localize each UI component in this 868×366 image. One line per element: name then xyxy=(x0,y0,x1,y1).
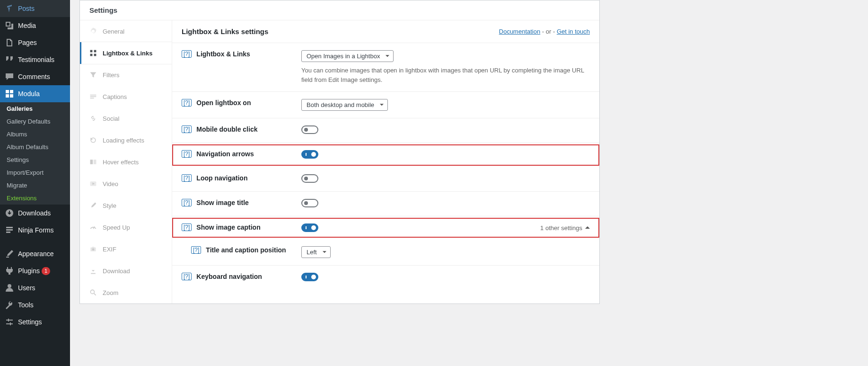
tab-social[interactable]: Social xyxy=(80,107,172,129)
help-icon[interactable]: [?] xyxy=(182,223,192,231)
sidebar-item-appearance[interactable]: Appearance xyxy=(0,245,70,262)
play-icon xyxy=(89,180,97,187)
help-icon[interactable]: [?] xyxy=(182,50,192,58)
tab-hover-effects[interactable]: Hover effects xyxy=(80,151,172,173)
label: Testimonials xyxy=(18,56,54,63)
tab-loading-effects[interactable]: Loading effects xyxy=(80,129,172,151)
help-icon[interactable]: [?] xyxy=(191,246,201,254)
svg-rect-4 xyxy=(90,54,93,56)
lightbox-icon xyxy=(89,49,97,57)
chevron-up-icon xyxy=(585,224,590,229)
pin-icon xyxy=(5,4,14,13)
navigation-arrows-toggle[interactable] xyxy=(301,150,318,159)
tab-filters[interactable]: Filters xyxy=(80,64,172,86)
submenu-extensions[interactable]: Extensions xyxy=(0,192,70,205)
sidebar-item-tools[interactable]: Tools xyxy=(0,296,70,313)
label: Settings xyxy=(18,318,42,326)
label: Media xyxy=(18,22,36,29)
label: Open lightbox on xyxy=(196,99,251,107)
sidebar-item-media[interactable]: Media xyxy=(0,17,70,34)
sidebar-item-ninja-forms[interactable]: Ninja Forms xyxy=(0,222,70,239)
tab-label: General xyxy=(103,28,124,35)
other-settings-toggle[interactable]: 1 other settings xyxy=(540,224,590,232)
wrench-icon xyxy=(5,300,14,310)
tab-speed-up[interactable]: Speed Up xyxy=(80,216,172,238)
sidebar-item-modula[interactable]: Modula xyxy=(0,85,70,102)
tab-general[interactable]: General xyxy=(80,20,172,42)
form-icon xyxy=(5,225,14,235)
tab-captions[interactable]: Captions xyxy=(80,86,172,107)
help-icon[interactable]: [?] xyxy=(182,273,192,280)
contact-link[interactable]: Get in touch xyxy=(557,28,590,35)
submenu-migrate[interactable]: Migrate xyxy=(0,179,70,192)
sidebar-item-posts[interactable]: Posts xyxy=(0,0,70,17)
sidebar-item-plugins[interactable]: Plugins1 xyxy=(0,262,70,279)
sidebar-item-comments[interactable]: Comments xyxy=(0,68,70,85)
open-lightbox-select[interactable]: Both desktop and mobile xyxy=(301,99,388,111)
tab-download[interactable]: Download xyxy=(80,260,172,282)
sidebar-item-downloads[interactable]: Downloads xyxy=(0,205,70,222)
wp-admin-sidebar: Posts Media Pages Testimonials Comments … xyxy=(0,0,70,366)
field-title-caption-position: [?]Title and caption position Left xyxy=(172,239,599,266)
label: Downloads xyxy=(18,209,51,217)
svg-point-1 xyxy=(8,284,11,288)
label: Title and caption position xyxy=(206,246,286,254)
comment-icon xyxy=(5,72,14,81)
help-icon[interactable]: [?] xyxy=(182,99,192,107)
loop-navigation-toggle[interactable] xyxy=(301,174,318,183)
field-lightbox-links: [?]Lightbox & Links Open Images in a Lig… xyxy=(172,43,599,92)
refresh-icon xyxy=(89,136,97,144)
field-loop-navigation: [?]Loop navigation xyxy=(172,167,599,192)
lightbox-links-select[interactable]: Open Images in a Lightbox xyxy=(301,50,394,62)
submenu-import-export[interactable]: Import/Export xyxy=(0,166,70,179)
label: 1 other settings xyxy=(540,224,582,232)
sidebar-item-settings[interactable]: Settings xyxy=(0,313,70,330)
help-icon[interactable]: [?] xyxy=(182,125,192,133)
select-value: Left xyxy=(307,249,317,256)
tab-label: Captions xyxy=(103,93,127,100)
settings-header: Lightbox & Links settings Documentation … xyxy=(172,20,599,43)
user-icon xyxy=(5,283,14,293)
sidebar-item-pages[interactable]: Pages xyxy=(0,34,70,51)
help-icon[interactable]: [?] xyxy=(182,199,192,206)
label: Show image title xyxy=(196,199,248,206)
keyboard-navigation-toggle[interactable] xyxy=(301,273,318,281)
help-icon[interactable]: [?] xyxy=(182,174,192,182)
brush-icon xyxy=(5,249,14,259)
label: Tools xyxy=(18,301,34,309)
submenu-gallery-defaults[interactable]: Gallery Defaults xyxy=(0,115,70,128)
show-image-caption-toggle[interactable] xyxy=(301,223,318,232)
filter-icon xyxy=(89,71,97,79)
svg-point-9 xyxy=(92,248,95,250)
submenu-albums[interactable]: Albums xyxy=(0,128,70,141)
sidebar-item-users[interactable]: Users xyxy=(0,279,70,296)
tab-lightbox-links[interactable]: Lightbox & Links xyxy=(80,42,172,64)
submenu-galleries[interactable]: Galleries xyxy=(0,102,70,115)
svg-rect-6 xyxy=(90,160,93,164)
documentation-link[interactable]: Documentation xyxy=(499,28,540,35)
pages-icon xyxy=(5,38,14,47)
tab-label: Speed Up xyxy=(103,224,130,231)
submenu-settings[interactable]: Settings xyxy=(0,153,70,166)
tab-zoom[interactable]: Zoom xyxy=(80,282,172,304)
field-navigation-arrows: [?]Navigation arrows xyxy=(172,144,599,166)
tab-video[interactable]: Video xyxy=(80,173,172,195)
select-value: Open Images in a Lightbox xyxy=(307,53,380,60)
show-image-title-toggle[interactable] xyxy=(301,199,318,207)
label: Posts xyxy=(18,5,35,12)
svg-rect-5 xyxy=(94,54,96,56)
mobile-double-click-toggle[interactable] xyxy=(301,125,318,134)
field-keyboard-navigation: [?]Keyboard navigation xyxy=(172,266,599,290)
svg-rect-3 xyxy=(94,50,96,53)
label: Ninja Forms xyxy=(18,226,53,234)
tab-label: Style xyxy=(103,202,116,209)
tab-exif[interactable]: EXIF xyxy=(80,238,172,260)
help-icon[interactable]: [?] xyxy=(182,150,192,158)
label: Users xyxy=(18,284,35,292)
tab-style[interactable]: Style xyxy=(80,195,172,216)
sidebar-item-testimonials[interactable]: Testimonials xyxy=(0,51,70,68)
hover-icon xyxy=(89,158,97,166)
header-links: Documentation - or - Get in touch xyxy=(499,28,590,35)
title-position-select[interactable]: Left xyxy=(301,246,331,258)
submenu-album-defaults[interactable]: Album Defaults xyxy=(0,141,70,153)
